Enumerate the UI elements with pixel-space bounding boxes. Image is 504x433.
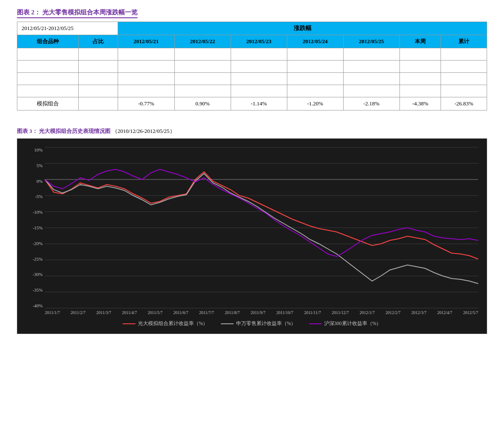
sim-d2: 0.90% (174, 97, 231, 110)
col-ratio: 占比 (79, 35, 118, 48)
legend-gray-label: 申万零售累计收益率（%） (236, 320, 296, 327)
date-range-cell: 2012/05/21-2012/05/25 (17, 22, 118, 35)
chart3-area: 10% 5% 0% -5% -10% -15% -20% -25% -30% -… (26, 147, 478, 308)
sim-d5: -2.18% (343, 97, 399, 110)
purple-line (45, 169, 478, 256)
chart3-section: 图表 3： 光大模拟组合历史表现情况图 （2010/12/26-2012/05/… (17, 127, 487, 334)
red-line (45, 172, 478, 259)
sim-d3: -1.14% (231, 97, 287, 110)
col-d2: 2012/05/22 (174, 35, 231, 48)
chart-svg (45, 147, 478, 308)
legend-gray-line (221, 323, 234, 324)
legend-purple-label: 沪深300累计收益率（%） (324, 320, 382, 327)
table-row (17, 73, 487, 85)
table-header-row1: 2012/05/21-2012/05/25 涨跌幅 (17, 22, 487, 35)
legend-red-line (123, 323, 135, 324)
table-row (17, 48, 487, 61)
x-axis: 2011/1/7 2011/2/7 2011/3/7 2011/4/7 2011… (26, 310, 478, 315)
legend-purple: 沪深300累计收益率（%） (309, 320, 382, 327)
y-axis: 10% 5% 0% -5% -10% -15% -20% -25% -30% -… (26, 147, 45, 308)
col-d4: 2012/05/24 (287, 35, 343, 48)
table-header-row2: 组合品种 占比 2012/05/21 2012/05/22 2012/05/23… (17, 35, 487, 48)
chart3-wrapper: 10% 5% 0% -5% -10% -15% -20% -25% -30% -… (17, 138, 487, 334)
chart3-date-range: （2010/12/26-2012/05/25） (112, 128, 175, 134)
col-week: 本周 (399, 35, 441, 48)
simulated-row: 模拟组合 -0.77% 0.90% -1.14% -1.20% -2.18% -… (17, 97, 487, 110)
legend-gray: 申万零售累计收益率（%） (221, 320, 296, 327)
chart-plot (45, 147, 478, 308)
chart3-title: 图表 3： 光大模拟组合历史表现情况图 （2010/12/26-2012/05/… (17, 127, 487, 135)
sim-d1: -0.77% (118, 97, 174, 110)
chart2-title: 图表 2： 光大零售模拟组合本周涨跌幅一览 (17, 8, 138, 18)
col-d3: 2012/05/23 (231, 35, 287, 48)
sim-week: -4.38% (399, 97, 441, 110)
table-row (17, 85, 487, 97)
gray-line (45, 174, 478, 284)
col-d1: 2012/05/21 (118, 35, 174, 48)
col-d5: 2012/05/25 (343, 35, 399, 48)
change-header-cell: 涨跌幅 (118, 22, 487, 35)
table-row (17, 61, 487, 73)
chart2-section: 图表 2： 光大零售模拟组合本周涨跌幅一览 2012/05/21-2012/05… (17, 8, 487, 110)
col-cumul: 累计 (441, 35, 487, 48)
chart3-title-main: 图表 3： 光大模拟组合历史表现情况图 (17, 128, 110, 134)
legend-red-label: 光大模拟组合累计收益率（%） (138, 320, 208, 327)
col-name: 组合品种 (17, 35, 79, 48)
legend-purple-line (309, 323, 322, 324)
sim-ratio (79, 97, 118, 110)
sim-d4: -1.20% (287, 97, 343, 110)
legend-red: 光大模拟组合累计收益率（%） (123, 320, 208, 327)
sim-name: 模拟组合 (17, 97, 79, 110)
chart2-table: 2012/05/21-2012/05/25 涨跌幅 组合品种 占比 2012/0… (17, 22, 487, 110)
chart-legend: 光大模拟组合累计收益率（%） 申万零售累计收益率（%） 沪深300累计收益率（%… (26, 320, 478, 327)
sim-cumul: -26.83% (441, 97, 487, 110)
